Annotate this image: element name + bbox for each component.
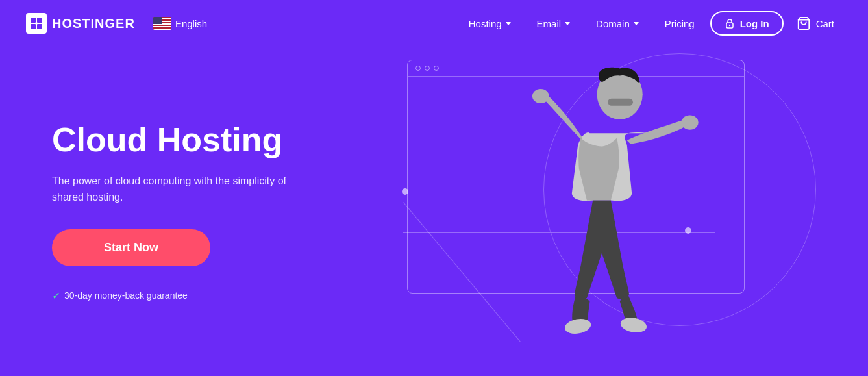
hero-section: Cloud Hosting The power of cloud computi… [0, 47, 868, 376]
check-icon: ✓ [52, 290, 60, 302]
nav-pricing[interactable]: Pricing [654, 13, 705, 34]
svg-point-9 [532, 88, 549, 103]
hero-subtitle: The power of cloud computing with the si… [52, 173, 312, 206]
browser-dot-1 [415, 66, 421, 71]
login-label: Log In [740, 18, 769, 29]
chevron-down-icon [565, 22, 570, 25]
flag-icon [153, 17, 171, 30]
person-figure [433, 47, 771, 370]
cart-label: Cart [816, 18, 834, 29]
hero-title: Cloud Hosting [52, 121, 312, 160]
logo-icon [26, 13, 47, 34]
nav-pricing-label: Pricing [665, 18, 695, 29]
language-label: English [175, 18, 207, 29]
svg-rect-1 [37, 18, 42, 23]
svg-point-10 [682, 115, 699, 129]
hero-content: Cloud Hosting The power of cloud computi… [0, 121, 364, 302]
svg-rect-2 [31, 24, 36, 29]
chevron-down-icon [506, 22, 511, 25]
cart-button[interactable]: Cart [789, 11, 842, 36]
svg-point-12 [619, 316, 648, 334]
lock-icon [725, 18, 735, 29]
nav-domain-label: Domain [596, 18, 630, 29]
svg-rect-8 [608, 98, 633, 105]
svg-rect-3 [37, 24, 42, 29]
navbar-left: HOSTINGER English [26, 13, 212, 34]
logo[interactable]: HOSTINGER [26, 13, 135, 34]
brand-name: HOSTINGER [52, 16, 135, 31]
nav-email[interactable]: Email [527, 13, 581, 34]
browser-dot-2 [425, 66, 430, 71]
start-now-button[interactable]: Start Now [52, 229, 210, 266]
money-back-guarantee: ✓ 30-day money-back guarantee [52, 290, 312, 302]
svg-point-11 [564, 317, 592, 336]
navbar: HOSTINGER English Hosting Email Domain P… [0, 0, 868, 47]
cart-icon [797, 16, 811, 31]
language-selector[interactable]: English [148, 14, 212, 32]
svg-rect-0 [31, 18, 36, 23]
nav-domain[interactable]: Domain [586, 13, 649, 34]
circle-dot-left [402, 188, 408, 195]
login-button[interactable]: Log In [710, 11, 784, 36]
hero-visual [375, 47, 868, 376]
svg-point-5 [728, 25, 730, 26]
navbar-right: Hosting Email Domain Pricing Log In [458, 11, 842, 36]
nav-hosting[interactable]: Hosting [458, 13, 521, 34]
nav-email-label: Email [537, 18, 562, 29]
chevron-down-icon [634, 22, 639, 25]
person-illustration [465, 49, 738, 361]
nav-hosting-label: Hosting [469, 18, 502, 29]
guarantee-text: 30-day money-back guarantee [64, 290, 188, 301]
